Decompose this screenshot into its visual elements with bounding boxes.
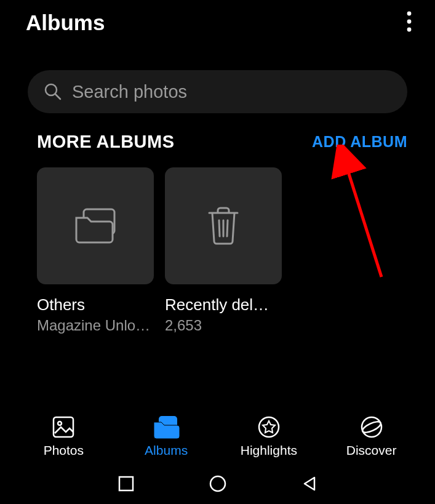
svg-point-11 — [58, 422, 62, 425]
discover-icon — [359, 415, 384, 439]
album-recently-deleted[interactable]: Recently del… 2,653 — [165, 167, 282, 334]
nav-albums[interactable]: Albums — [126, 415, 206, 458]
square-icon — [118, 475, 135, 492]
add-album-button[interactable]: ADD ALBUM — [312, 133, 407, 151]
page-title: Albums — [26, 10, 105, 35]
svg-point-2 — [407, 28, 412, 32]
album-subtitle: Magazine Unlo… — [37, 317, 154, 334]
nav-discover[interactable]: Discover — [332, 415, 412, 458]
bottom-nav: Photos Albums Highlights Discover — [0, 407, 435, 465]
system-home-button[interactable] — [209, 474, 227, 495]
folder-icon — [74, 208, 117, 244]
svg-point-1 — [407, 20, 412, 24]
section-title: MORE ALBUMS — [37, 132, 175, 152]
album-thumb — [165, 167, 282, 284]
search-placeholder: Search photos — [72, 82, 187, 102]
highlights-icon — [257, 415, 281, 439]
svg-point-0 — [407, 12, 412, 16]
more-vertical-icon — [407, 11, 412, 32]
nav-label: Photos — [44, 443, 84, 458]
nav-photos[interactable]: Photos — [23, 415, 103, 458]
search-icon — [43, 82, 63, 102]
trash-icon — [207, 207, 240, 245]
photos-icon — [51, 415, 76, 439]
triangle-back-icon — [301, 475, 318, 492]
svg-point-17 — [210, 476, 225, 491]
svg-line-4 — [55, 94, 60, 99]
albums-icon — [153, 415, 180, 439]
more-options-button[interactable] — [402, 6, 417, 39]
album-others[interactable]: Others Magazine Unlo… — [37, 167, 154, 334]
nav-label: Discover — [346, 443, 397, 458]
circle-icon — [209, 474, 227, 493]
nav-label: Albums — [145, 443, 188, 458]
nav-highlights[interactable]: Highlights — [229, 415, 309, 458]
album-thumb — [37, 167, 154, 284]
system-nav-bar — [0, 466, 435, 504]
svg-rect-10 — [54, 417, 73, 437]
album-subtitle: 2,653 — [165, 317, 282, 334]
system-back-button[interactable] — [301, 475, 318, 495]
svg-rect-16 — [119, 477, 133, 490]
search-input[interactable]: Search photos — [28, 70, 407, 113]
album-grid: Others Magazine Unlo… Recently del… 2,65… — [0, 167, 435, 334]
svg-point-15 — [361, 419, 382, 434]
svg-line-8 — [227, 220, 228, 236]
album-title: Recently del… — [165, 295, 282, 314]
system-recent-button[interactable] — [118, 475, 135, 495]
svg-line-6 — [219, 220, 220, 236]
album-title: Others — [37, 295, 154, 314]
nav-label: Highlights — [241, 443, 297, 458]
